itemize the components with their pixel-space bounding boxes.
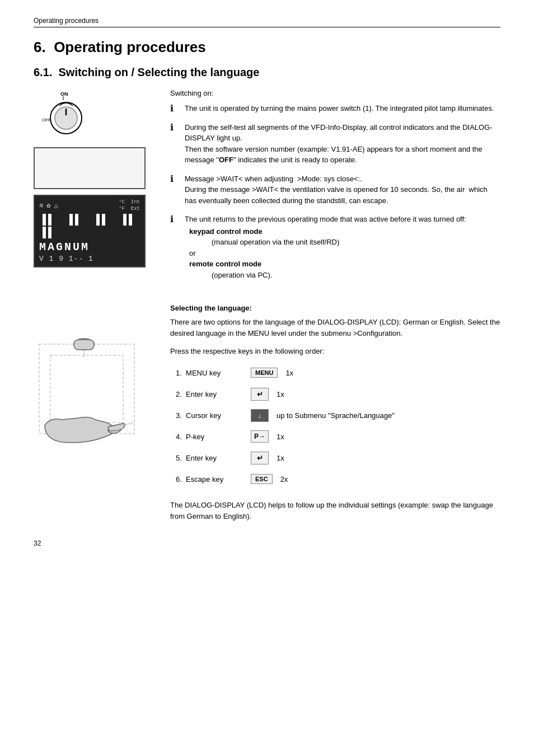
display-magnum-text: MAGNUM xyxy=(39,241,140,253)
header-line: Operating procedures xyxy=(34,17,500,27)
lang-description: There are two options for the language o… xyxy=(170,317,500,339)
page-number: 32 xyxy=(34,539,500,547)
step-3-label: 3. Cursor key xyxy=(176,411,243,420)
remote-control-mode: remote control mode xyxy=(189,260,261,268)
step-4-row: 4. P-key P→ 1x xyxy=(176,426,500,447)
chapter-title: 6. Operating procedures xyxy=(34,39,500,56)
enter-key-button-1: ↵ xyxy=(251,388,269,401)
language-right-col: Selecting the language: There are two op… xyxy=(170,294,500,523)
remote-mode-desc: (operation via PC). xyxy=(189,271,272,279)
bullet-3: ℹ Message >WAIT< when adjusting >Mode: s… xyxy=(170,173,500,206)
info-icon-4: ℹ xyxy=(170,214,180,224)
main-content: ON OFF xyxy=(34,89,500,288)
bullet-4-text: The unit returns to the previous operati… xyxy=(185,214,500,280)
keypad-control-mode: keypad control mode xyxy=(189,227,263,236)
step-4-count: 1x xyxy=(277,433,284,441)
esc-key-button: ESC xyxy=(251,474,273,484)
step-3-count: up to Submenu "Sprache/Language" xyxy=(277,411,395,420)
svg-rect-9 xyxy=(74,340,94,350)
chapter-number: 6. xyxy=(34,39,46,55)
bullet-2-text: During the self-test all segments of the… xyxy=(185,122,500,166)
enter-key-button-2: ↵ xyxy=(251,452,269,464)
hand-illustration-area xyxy=(34,294,157,523)
step-2-label: 2. Enter key xyxy=(176,390,243,398)
switching-on-label: Switching on: xyxy=(170,89,500,97)
step-5-label: 5. Enter key xyxy=(176,454,243,462)
section-number: 6.1. xyxy=(34,66,52,78)
power-switch-illustration: ON OFF xyxy=(39,89,90,139)
chapter-title-text: Operating procedures xyxy=(54,39,206,55)
display-segment-digits: ▐▌ ▐▌ ▐▌ ▐▌ ▐▌ xyxy=(39,214,140,240)
or-text: or xyxy=(189,249,196,257)
bullet-1-text: The unit is operated by turning the main… xyxy=(185,103,500,114)
display-version: V 1 9 1-- 1 xyxy=(39,255,140,263)
cursor-key-button: ↓ xyxy=(251,409,269,422)
info-icon-2: ℹ xyxy=(170,122,180,133)
press-keys-text: Press the respective keys in the followi… xyxy=(170,347,500,355)
bullet-3-text: Message >WAIT< when adjusting >Mode: sys… xyxy=(185,173,500,206)
celsius-int: °C Int xyxy=(119,199,140,206)
right-column: Switching on: ℹ The unit is operated by … xyxy=(170,89,500,288)
step-2-count: 1x xyxy=(277,390,284,398)
svg-rect-7 xyxy=(50,355,123,422)
step-4-label: 4. P-key xyxy=(176,433,243,441)
left-column: ON OFF xyxy=(34,89,157,288)
p-key-button: P→ xyxy=(251,430,269,443)
step-2-row: 2. Enter key ↵ 1x xyxy=(176,383,500,405)
step-1-count: 1x xyxy=(285,369,293,377)
step-6-label: 6. Escape key xyxy=(176,475,243,483)
bottom-text: The DIALOG-DISPLAY (LCD) helps to follow… xyxy=(170,500,500,522)
section-title: 6.1. Switching on / Selecting the langua… xyxy=(34,66,500,79)
step-5-row: 5. Enter key ↵ 1x xyxy=(176,447,500,468)
page: Operating procedures 6. Operating proced… xyxy=(0,0,534,756)
units-display: °C Int °F Ext xyxy=(119,199,140,212)
step-1-label: 1. MENU key xyxy=(176,369,243,377)
section-title-text: Switching on / Selecting the language xyxy=(58,66,259,78)
step-5-count: 1x xyxy=(277,454,284,462)
svg-text:OFF: OFF xyxy=(42,118,51,123)
menu-key-button: MENU xyxy=(251,368,278,378)
selecting-language-title: Selecting the language: xyxy=(170,304,500,312)
step-1-row: 1. MENU key MENU 1x xyxy=(176,362,500,383)
hand-drawing xyxy=(34,327,157,452)
bullet-1: ℹ The unit is operated by turning the ma… xyxy=(170,103,500,114)
header-text: Operating procedures xyxy=(34,17,99,25)
bullet-2: ℹ During the self-test all segments of t… xyxy=(170,122,500,166)
warning-icon: △ xyxy=(54,201,58,210)
key-steps-list: 1. MENU key MENU 1x 2. Enter key ↵ 1x 3.… xyxy=(176,362,500,490)
language-section: Selecting the language: There are two op… xyxy=(34,294,500,523)
step-6-row: 6. Escape key ESC 2x xyxy=(176,468,500,490)
display-top-row: ≋ ✿ △ °C Int °F Ext xyxy=(39,199,140,212)
keypad-mode-desc: (manual operation via the unit itself/RD… xyxy=(189,238,339,246)
bullet-4: ℹ The unit returns to the previous opera… xyxy=(170,214,500,280)
info-icon-3: ℹ xyxy=(170,173,180,184)
display-icons: ≋ ✿ △ xyxy=(39,199,58,212)
step-3-row: 3. Cursor key ↓ up to Submenu "Sprache/L… xyxy=(176,405,500,426)
fahrenheit-ext: °F Ext xyxy=(119,206,140,213)
lcd-display-illustration xyxy=(34,147,146,189)
info-icon-1: ℹ xyxy=(170,103,180,114)
svg-text:ON: ON xyxy=(60,91,68,97)
gear-icon: ✿ xyxy=(46,201,50,210)
step-6-count: 2x xyxy=(280,475,288,483)
vfd-display: ≋ ✿ △ °C Int °F Ext ▐▌ ▐▌ ▐▌ ▐▌ ▐▌ MAGNU… xyxy=(34,195,146,267)
wave-icon: ≋ xyxy=(39,201,43,210)
